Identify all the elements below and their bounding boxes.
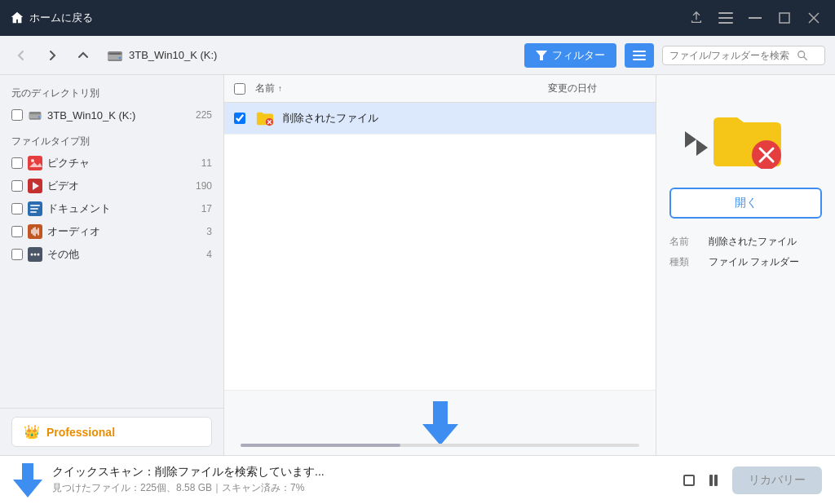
sidebar-item-other[interactable]: その他 4: [0, 243, 223, 266]
title-bar-controls: [685, 7, 825, 29]
drive-checkbox[interactable]: [11, 109, 23, 121]
audio-label: オーディオ: [47, 224, 201, 239]
svg-point-31: [31, 254, 33, 256]
hamburger-icon: [718, 12, 733, 24]
preview-folder-container: [709, 108, 783, 171]
scrollbar-thumb[interactable]: [241, 444, 400, 447]
file-row[interactable]: 削除されたファイル: [224, 103, 656, 135]
svg-point-21: [31, 159, 34, 162]
pause-button[interactable]: [705, 471, 722, 489]
col-name-label: 名前: [255, 82, 275, 95]
minimize-button[interactable]: [744, 7, 767, 29]
directory-section-label: 元のディレクトリ別: [0, 83, 223, 104]
triangle-icon: [696, 139, 708, 156]
share-button[interactable]: [685, 7, 708, 29]
open-button-label: 開く: [735, 196, 758, 209]
stop-button[interactable]: [680, 471, 698, 489]
other-checkbox[interactable]: [11, 249, 23, 260]
sidebar-item-video[interactable]: ビデオ 190: [0, 175, 223, 197]
video-label: ビデオ: [47, 179, 191, 193]
preview-area: [709, 108, 783, 171]
docs-label: ドキュメント: [47, 201, 197, 216]
filetype-section-label: ファイルタイプ別: [0, 131, 223, 152]
sidebar-item-pictures[interactable]: ピクチャ 11: [0, 152, 223, 175]
scan-controls: [680, 471, 722, 489]
docs-checkbox[interactable]: [11, 203, 23, 214]
minimize-icon: [749, 17, 762, 19]
folder-deleted-icon: [255, 110, 273, 126]
svg-rect-3: [749, 17, 762, 19]
search-input[interactable]: [669, 50, 792, 61]
sort-arrow: ↑: [278, 84, 282, 93]
meta-kind-value: ファイル フォルダー: [709, 255, 799, 269]
sidebar-bottom: 👑 Professional: [0, 408, 223, 455]
search-box[interactable]: [662, 46, 825, 65]
svg-point-10: [119, 56, 121, 59]
file-row-icon: [255, 109, 273, 127]
video-count: 190: [196, 180, 212, 192]
drive-sidebar-icon: [28, 108, 42, 122]
home-label: ホームに戻る: [29, 11, 93, 25]
file-row-name: 削除されたファイル: [283, 111, 538, 126]
scrollbar-track[interactable]: [241, 444, 639, 447]
meta-row-name: 名前 削除されたファイル: [669, 235, 822, 249]
home-button[interactable]: ホームに戻る: [10, 11, 93, 25]
select-all-checkbox[interactable]: [234, 83, 245, 95]
open-button[interactable]: 開く: [669, 188, 822, 219]
audio-checkbox[interactable]: [11, 226, 23, 237]
col-name[interactable]: 名前 ↑: [255, 82, 538, 95]
title-bar-left: ホームに戻る: [10, 11, 685, 25]
maximize-icon: [779, 12, 790, 24]
scan-detail: 見つけたファイル：225個、8.58 GB｜スキャン済み：7%: [52, 481, 670, 495]
sidebar-item-docs[interactable]: ドキュメント 17: [0, 197, 223, 220]
video-checkbox[interactable]: [11, 180, 23, 192]
up-button[interactable]: [72, 44, 95, 67]
svg-rect-28: [30, 211, 37, 213]
svg-rect-4: [780, 13, 789, 23]
back-icon: [15, 49, 28, 62]
crown-icon: 👑: [24, 424, 40, 440]
scan-info: クイックスキャン：削除ファイルを検索しています... 見つけたファイル：225個…: [52, 465, 670, 495]
back-button[interactable]: [10, 44, 33, 67]
svg-line-16: [804, 56, 807, 60]
menu-button[interactable]: [625, 43, 654, 68]
scan-title: クイックスキャン：削除ファイルを検索しています...: [52, 465, 670, 480]
arrow-shaft-element: [22, 463, 33, 480]
svg-rect-13: [633, 55, 646, 56]
docs-svg: [28, 201, 42, 216]
drive-name: 3TB_Win10_K (K:): [129, 49, 217, 61]
svg-rect-26: [30, 205, 40, 206]
meta-name-key: 名前: [669, 235, 702, 249]
close-button[interactable]: [802, 7, 825, 29]
arrow-head-element: [13, 480, 42, 497]
forward-button[interactable]: [41, 44, 64, 67]
sidebar-item-audio[interactable]: オーディオ 3: [0, 220, 223, 243]
meta-row-kind: 種類 ファイル フォルダー: [669, 255, 822, 269]
sidebar-item-drive[interactable]: 3TB_Win10_K (K:) 225: [0, 104, 223, 126]
pause-bar-2: [714, 475, 718, 486]
filter-label: フィルター: [552, 48, 605, 63]
recover-button[interactable]: リカバリー: [732, 466, 822, 494]
pictures-checkbox[interactable]: [11, 157, 23, 169]
col-date: 変更の日付: [548, 82, 646, 95]
video-icon: [28, 179, 42, 193]
hamburger-button[interactable]: [714, 7, 737, 29]
docs-icon: [28, 201, 42, 216]
preview-toggle-button[interactable]: [685, 131, 696, 148]
pictures-label: ピクチャ: [47, 156, 197, 170]
svg-rect-14: [633, 59, 646, 60]
recover-button-label: リカバリー: [749, 473, 806, 486]
professional-button[interactable]: 👑 Professional: [11, 417, 212, 447]
filter-button[interactable]: フィルター: [524, 43, 616, 68]
maximize-button[interactable]: [773, 7, 796, 29]
svg-point-32: [34, 254, 37, 256]
svg-rect-2: [718, 22, 733, 24]
other-label: その他: [47, 247, 201, 262]
other-count: 4: [206, 249, 212, 260]
audio-count: 3: [206, 226, 212, 237]
file-checkbox[interactable]: [234, 113, 245, 124]
svg-rect-1: [718, 17, 733, 19]
toolbar: 3TB_Win10_K (K:) フィルター: [0, 36, 835, 75]
scroll-area: [224, 390, 656, 455]
svg-rect-27: [30, 208, 38, 210]
